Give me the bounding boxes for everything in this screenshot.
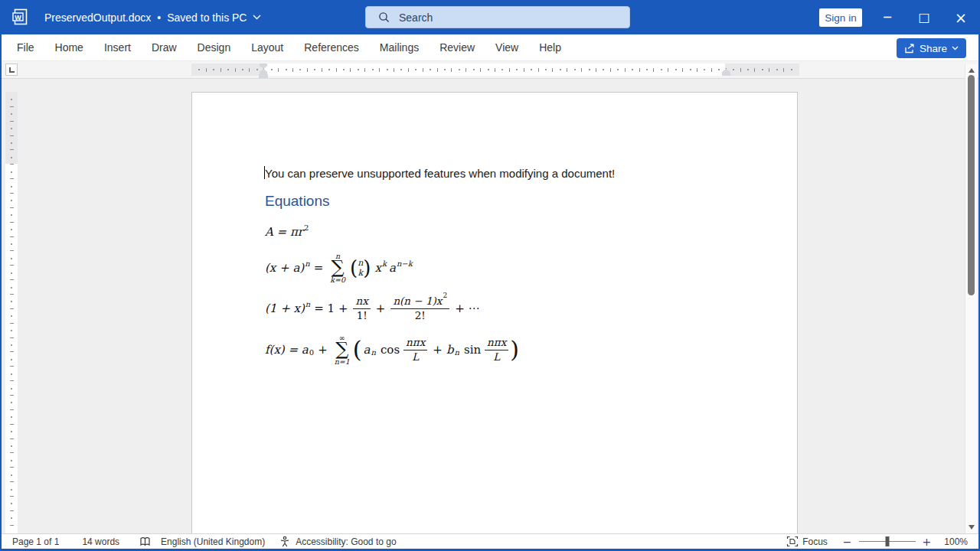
close-button[interactable]: ×	[943, 0, 978, 34]
frac-numerator: nπx	[485, 336, 508, 350]
zoom-slider[interactable]	[859, 541, 916, 542]
menu-tab-file[interactable]: File	[17, 41, 34, 54]
menu-items: FileHomeInsertDrawDesignLayoutReferences…	[2, 34, 978, 60]
accessibility-icon[interactable]	[279, 536, 291, 547]
fraction: nπx L	[403, 336, 427, 364]
equation-binomial-theorem[interactable]: (x + a)n = n ∑ k=0 ( n k ) xk an−k	[265, 247, 413, 289]
eq3-mid: = 1 +	[314, 302, 348, 315]
menu-tab-references[interactable]: References	[304, 41, 359, 54]
eq2-equals: =	[314, 261, 324, 275]
frac-denominator: L	[412, 350, 419, 364]
left-paren: (	[350, 258, 358, 278]
search-input[interactable]: Search	[365, 6, 630, 28]
menu-tab-help[interactable]: Help	[539, 41, 561, 54]
eq2-term1: x	[374, 261, 381, 275]
menu-tab-design[interactable]: Design	[198, 41, 231, 54]
word-logo-icon: W	[11, 8, 30, 26]
ribbon-tab-bar: FileHomeInsertDrawDesignLayoutReferences…	[2, 34, 978, 61]
vertical-ruler[interactable]	[5, 83, 18, 533]
maximize-button[interactable]: □	[906, 0, 942, 34]
sign-in-button[interactable]: Sign in	[819, 8, 862, 27]
eq4-a: a	[364, 343, 371, 357]
eq3-lhs: (1 + x)	[265, 302, 305, 315]
equation-fourier-series[interactable]: f(x) = a0 + ∞ ∑ n=1 ( an cos nπx L + bn …	[265, 328, 519, 371]
binom-bottom: k	[358, 268, 363, 278]
binom-top: n	[358, 258, 363, 268]
eq4-cos: cos	[381, 343, 400, 357]
binomial-coefficient: ( n k )	[350, 258, 371, 278]
left-indent-marker[interactable]	[259, 74, 268, 78]
menu-tab-insert[interactable]: Insert	[104, 41, 131, 54]
tab-stop-icon	[9, 67, 15, 73]
frac-numerator: n(n − 1)x	[393, 295, 442, 307]
eq4-lhs: f(x) = a	[265, 343, 309, 357]
eq4-plus2: +	[433, 343, 443, 357]
vertical-scrollbar[interactable]	[965, 64, 977, 533]
menu-tab-layout[interactable]: Layout	[251, 41, 283, 54]
right-paren: )	[363, 258, 371, 278]
tab-selector[interactable]	[5, 64, 18, 76]
search-icon	[378, 11, 390, 23]
focus-button[interactable]: Focus	[802, 536, 828, 547]
focus-icon	[786, 536, 799, 547]
fraction: nπx L	[485, 336, 508, 364]
frac-numerator: nπx	[403, 336, 427, 350]
scroll-up-arrow-icon[interactable]	[969, 68, 975, 73]
heading-equations[interactable]: Equations	[265, 193, 330, 210]
menu-tab-draw[interactable]: Draw	[152, 41, 177, 54]
word-count[interactable]: 14 words	[82, 536, 119, 547]
search-placeholder: Search	[399, 11, 433, 24]
eq3-plus: +	[376, 302, 386, 315]
zoom-in-button[interactable]: +	[923, 536, 932, 548]
zoom-level[interactable]: 100%	[944, 536, 968, 547]
sum-lower-limit: n=1	[335, 358, 350, 366]
menu-tab-mailings[interactable]: Mailings	[380, 41, 419, 54]
document-title[interactable]: PreservedOutput.docx • Saved to this PC	[44, 0, 261, 34]
language-indicator[interactable]: English (United Kingdom)	[161, 536, 265, 547]
equation-area-circle[interactable]: A = πr2	[265, 225, 309, 239]
share-icon	[904, 44, 915, 54]
frac-denominator: 2!	[415, 309, 426, 323]
status-bar: Page 1 of 1 14 words English (United Kin…	[2, 533, 978, 551]
right-paren: )	[510, 338, 519, 361]
page-indicator[interactable]: Page 1 of 1	[12, 536, 59, 547]
save-status: Saved to this PC	[167, 11, 247, 24]
eq2-term2: a	[389, 261, 396, 275]
scrollbar-thumb[interactable]	[968, 75, 975, 295]
zoom-out-button[interactable]: −	[843, 536, 852, 548]
body-paragraph[interactable]: You can preserve unsupported features wh…	[265, 167, 615, 180]
proofing-icon[interactable]	[139, 536, 151, 547]
sigma-symbol: ∑	[335, 341, 348, 358]
document-page[interactable]: You can preserve unsupported features wh…	[191, 92, 798, 533]
scroll-down-arrow-icon[interactable]	[969, 525, 975, 530]
menu-tab-view[interactable]: View	[495, 41, 518, 54]
frac-numerator: nx	[353, 295, 370, 309]
eq1-body: A = πr	[265, 225, 303, 239]
titlebar: W PreservedOutput.docx • Saved to this P…	[2, 0, 978, 34]
ruler-band	[2, 61, 978, 79]
share-button[interactable]: Share	[897, 38, 966, 58]
fraction: nx 1!	[353, 295, 370, 322]
sum-lower-limit: k=0	[330, 276, 345, 284]
horizontal-ruler[interactable]	[185, 64, 799, 76]
share-label: Share	[920, 43, 947, 54]
eq4-plus1: +	[318, 343, 328, 357]
chevron-down-icon	[253, 15, 261, 20]
word-window: W PreservedOutput.docx • Saved to this P…	[0, 0, 980, 551]
accessibility-status[interactable]: Accessibility: Good to go	[296, 536, 396, 547]
eq4-b: b	[446, 343, 454, 357]
eq2-lhs: (x + a)	[265, 261, 304, 275]
minimize-button[interactable]: ─	[870, 0, 905, 34]
eq4-sin: sin	[464, 343, 481, 357]
zoom-slider-thumb[interactable]	[885, 536, 889, 546]
frac-num-exp: 2	[443, 292, 447, 299]
menu-tab-review[interactable]: Review	[439, 41, 475, 54]
sigma-symbol: ∑	[332, 259, 345, 276]
eq3-tail: + ⋯	[455, 302, 479, 315]
fraction: n(n − 1)x2 2!	[390, 295, 449, 322]
equation-binomial-series[interactable]: (1 + x)n = 1 + nx 1! + n(n − 1)x2 2! + ⋯	[265, 293, 483, 324]
summation: n ∑ k=0	[330, 253, 345, 284]
menu-tab-home[interactable]: Home	[55, 41, 83, 54]
svg-text:W: W	[15, 14, 21, 21]
left-paren: (	[353, 338, 362, 361]
